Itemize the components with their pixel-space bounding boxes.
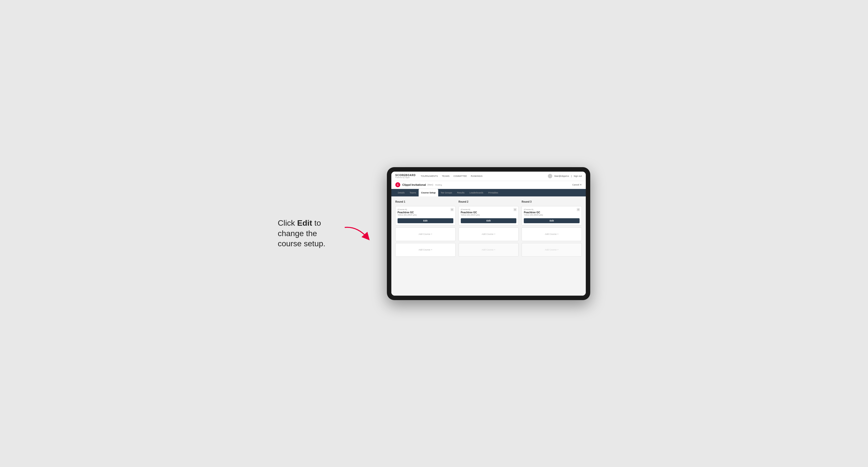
round-2-edit-button[interactable]: Edit	[461, 218, 517, 223]
main-content: Round 1 ⊟ (Course A) Peachtree GC Yellow…	[391, 196, 586, 295]
round-2-add-course-2: Add Course +	[459, 243, 519, 257]
logo-scoreboard: SCOREBOARD	[395, 174, 416, 177]
nav-committee[interactable]: COMMITTEE	[454, 174, 467, 178]
hosting-badge: Hosting	[435, 184, 442, 186]
round-1-add-course-1[interactable]: Add Course +	[395, 227, 456, 241]
round-1-label: Round 1	[395, 200, 456, 203]
round-3-add-course-1-text: Add Course +	[545, 233, 558, 236]
tablet-screen: SCOREBOARD Powered by clippd TOURNAMENTS…	[391, 172, 586, 295]
main-nav-links: TOURNAMENTS TEAMS COMMITTEE RANKINGS	[421, 174, 548, 178]
round-3-column: Round 3 ⊟ (Course A) Peachtree GC Yellow…	[522, 200, 582, 257]
round-2-column: Round 2 ⊟ (Course A) Peachtree GC Yellow…	[459, 200, 519, 257]
round-2-add-course-2-text: Add Course +	[482, 249, 495, 251]
user-avatar	[548, 174, 552, 178]
arrow-icon	[342, 224, 372, 244]
sign-out-link[interactable]: Sign out	[574, 175, 582, 177]
round-2-add-course-1[interactable]: Add Course +	[459, 227, 519, 241]
rounds-grid: Round 1 ⊟ (Course A) Peachtree GC Yellow…	[395, 200, 582, 257]
tournament-gender: (Men)	[427, 184, 433, 186]
round-2-delete-icon[interactable]: ⊟	[514, 208, 517, 211]
round-1-column: Round 1 ⊟ (Course A) Peachtree GC Yellow…	[395, 200, 456, 257]
round-1-course-details: Yellow (M) (6629 yds)	[398, 214, 453, 216]
round-3-delete-icon[interactable]: ⊟	[577, 208, 580, 211]
round-3-edit-button[interactable]: Edit	[524, 218, 580, 223]
round-1-delete-icon[interactable]: ⊟	[451, 208, 454, 211]
tab-teams[interactable]: Teams	[407, 189, 419, 196]
round-3-course-tag: (Course A)	[524, 208, 580, 211]
tablet-frame: SCOREBOARD Powered by clippd TOURNAMENTS…	[387, 167, 590, 300]
round-1-course-tag: (Course A)	[398, 208, 453, 211]
round-2-course-details: Yellow (M) (6629 yds)	[461, 214, 517, 216]
user-area: blair@clippd.io | Sign out	[548, 174, 582, 178]
page-wrapper: Click Edit to change the course setup. S…	[10, 167, 858, 300]
round-2-label: Round 2	[459, 200, 519, 203]
tab-printables[interactable]: Printables	[486, 189, 501, 196]
round-1-add-course-2-text: Add Course +	[418, 249, 432, 251]
round-3-label: Round 3	[522, 200, 582, 203]
round-2-course-name: Peachtree GC	[461, 211, 517, 214]
pipe-separator: |	[571, 175, 571, 177]
round-2-course-tag: (Course A)	[461, 208, 517, 211]
cancel-button[interactable]: Cancel ✕	[572, 184, 582, 186]
round-3-add-course-2: Add Course +	[522, 243, 582, 257]
nav-tournaments[interactable]: TOURNAMENTS	[421, 174, 438, 178]
tournament-logo: C	[395, 182, 400, 187]
nav-rankings[interactable]: RANKINGS	[471, 174, 483, 178]
round-1-add-course-2[interactable]: Add Course +	[395, 243, 456, 257]
round-1-edit-button[interactable]: Edit	[398, 218, 453, 223]
tab-results[interactable]: Results	[455, 189, 467, 196]
round-3-course-details: Yellow (M) (6629 yds)	[524, 214, 580, 216]
round-1-add-course-1-text: Add Course +	[418, 233, 432, 236]
round-2-course-card: ⊟ (Course A) Peachtree GC Yellow (M) (66…	[459, 206, 519, 225]
round-3-add-course-2-text: Add Course +	[545, 249, 558, 251]
tournament-name: Clippd Invitational	[402, 183, 426, 186]
sub-header: C Clippd Invitational (Men) Hosting Canc…	[391, 181, 586, 189]
tab-course-setup[interactable]: Course Setup	[418, 189, 438, 196]
tab-details[interactable]: Details	[395, 189, 407, 196]
annotation-area: Click Edit to change the course setup.	[278, 218, 372, 249]
logo-sub: Powered by clippd	[395, 177, 416, 178]
round-1-course-card: ⊟ (Course A) Peachtree GC Yellow (M) (66…	[395, 206, 456, 225]
logo-area: SCOREBOARD Powered by clippd	[395, 174, 416, 178]
tab-tee-groups[interactable]: Tee Groups	[438, 189, 455, 196]
top-nav: SCOREBOARD Powered by clippd TOURNAMENTS…	[391, 172, 586, 181]
tab-bar: Details Teams Course Setup Tee Groups Re…	[391, 189, 586, 196]
tab-leaderboards[interactable]: Leaderboards	[467, 189, 486, 196]
annotation-text: Click Edit to change the course setup.	[278, 218, 342, 249]
round-3-add-course-1[interactable]: Add Course +	[522, 227, 582, 241]
round-3-course-name: Peachtree GC	[524, 211, 580, 214]
user-email: blair@clippd.io	[554, 175, 569, 177]
round-2-add-course-1-text: Add Course +	[482, 233, 495, 236]
round-1-course-name: Peachtree GC	[398, 211, 453, 214]
round-3-course-card: ⊟ (Course A) Peachtree GC Yellow (M) (66…	[522, 206, 582, 225]
nav-teams[interactable]: TEAMS	[442, 174, 450, 178]
